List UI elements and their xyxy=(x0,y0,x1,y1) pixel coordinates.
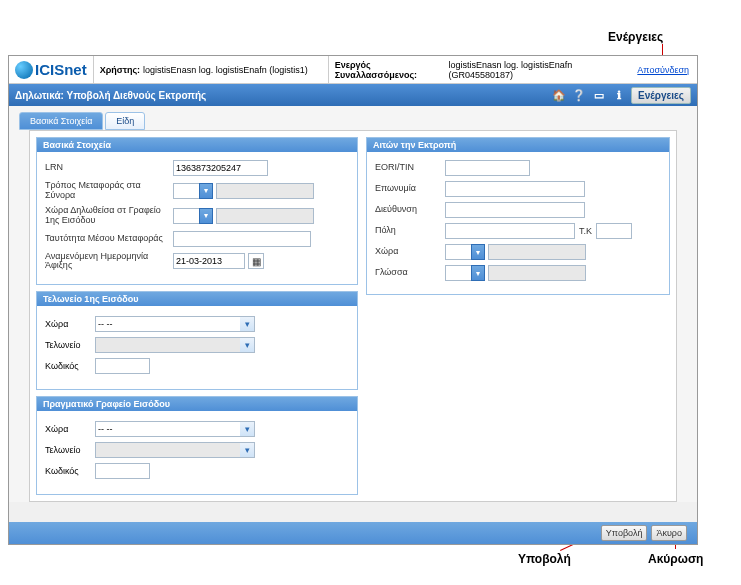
customs1-code-label: Κωδικός xyxy=(45,361,95,371)
city-input[interactable] xyxy=(445,223,575,239)
lang-readonly xyxy=(488,265,586,281)
transport-id-label: Ταυτότητα Μέσου Μεταφοράς xyxy=(45,234,173,244)
customs2-country-select[interactable]: ▾ xyxy=(95,421,255,437)
panel-customs1: Τελωνείο 1ης Εισόδου Χώρα ▾ Τελωνείο xyxy=(36,291,358,390)
home-icon[interactable]: 🏠 xyxy=(551,87,567,103)
collapse-icon[interactable]: ▭ xyxy=(591,87,607,103)
cancel-button[interactable]: Άκυρο xyxy=(651,525,687,541)
country-decl-label: Χώρα Δηλωθείσα στ Γραφείο 1ης Εισόδου xyxy=(45,206,173,226)
chevron-down-icon[interactable]: ▾ xyxy=(471,244,485,260)
panel-basic: Βασικά Στοιχεία LRN Τρόπος Μεταφοράς στα… xyxy=(36,137,358,285)
chevron-down-icon[interactable]: ▾ xyxy=(471,265,485,281)
panel-applicant: Αιτών την Εκτροπή EORI/TIN Επωνυμία xyxy=(366,137,670,295)
transport-readonly xyxy=(216,183,314,199)
logo-text: ICISnet xyxy=(35,61,87,78)
customs1-country-label: Χώρα xyxy=(45,319,95,329)
lang-combo[interactable]: ▾ xyxy=(445,265,485,281)
page-title: Δηλωτικά: Υποβολή Διεθνούς Εκτροπής xyxy=(15,90,206,101)
customs1-country-select[interactable]: ▾ xyxy=(95,316,255,332)
active-trader-info: Ενεργός Συναλλασσόμενος: logistisEnasn l… xyxy=(328,56,630,83)
logout-link[interactable]: Αποσύνδεση xyxy=(629,65,697,75)
app-window: ICISnet Χρήστης: logistisEnasn log. logi… xyxy=(8,55,698,545)
panel-applicant-heading: Αιτών την Εκτροπή xyxy=(367,138,669,152)
panel-customs1-heading: Τελωνείο 1ης Εισόδου xyxy=(37,292,357,306)
eori-input[interactable] xyxy=(445,160,530,176)
address-label: Διεύθυνση xyxy=(375,205,445,215)
customs2-country-label: Χώρα xyxy=(45,424,95,434)
transport-label: Τρόπος Μεταφοράς στα Σύνορα xyxy=(45,181,173,201)
panel-customs2-heading: Πραγματικό Γραφείο Εισόδου xyxy=(37,397,357,411)
annotation-energies: Ενέργειες xyxy=(608,30,663,44)
eori-label: EORI/TIN xyxy=(375,163,445,173)
customs1-office-select[interactable]: ▾ xyxy=(95,337,255,353)
active-value: logistisEnasn log. logistisEnafn (GR0455… xyxy=(449,60,624,80)
address-input[interactable] xyxy=(445,202,585,218)
expected-date-input[interactable] xyxy=(173,253,245,269)
tk-label: Τ.Κ xyxy=(579,226,592,236)
user-value: logistisEnasn log. logistisEnafn (logist… xyxy=(143,65,308,75)
app-header: ICISnet Χρήστης: logistisEnasn log. logi… xyxy=(9,56,697,84)
chevron-down-icon[interactable]: ▾ xyxy=(199,183,213,199)
lang-label: Γλώσσα xyxy=(375,268,445,278)
tk-input[interactable] xyxy=(596,223,632,239)
annotation-akyrosi: Ακύρωση xyxy=(648,552,703,566)
chevron-down-icon[interactable]: ▾ xyxy=(240,316,255,332)
expected-date-label: Αναμενόμενη Ημερομηνία Άφιξης xyxy=(45,252,173,272)
chevron-down-icon[interactable]: ▾ xyxy=(240,442,255,458)
customs2-code-input[interactable] xyxy=(95,463,150,479)
panel-customs2: Πραγματικό Γραφείο Εισόδου Χώρα ▾ Τελωνε… xyxy=(36,396,358,495)
customs1-office-label: Τελωνείο xyxy=(45,340,95,350)
chevron-down-icon[interactable]: ▾ xyxy=(199,208,213,224)
footer-bar: Υποβολή Άκυρο xyxy=(9,522,697,544)
submit-button[interactable]: Υποβολή xyxy=(601,525,648,541)
lrn-label: LRN xyxy=(45,163,173,173)
customs1-code-input[interactable] xyxy=(95,358,150,374)
customs2-office-label: Τελωνείο xyxy=(45,445,95,455)
name-label: Επωνυμία xyxy=(375,184,445,194)
appl-country-readonly xyxy=(488,244,586,260)
calendar-icon[interactable]: ▦ xyxy=(248,253,264,269)
tabs-row: Βασικά Στοιχεία Είδη Βασικά Στοιχεία LRN xyxy=(9,106,697,502)
appl-country-label: Χώρα xyxy=(375,247,445,257)
globe-icon xyxy=(15,61,33,79)
tab-items[interactable]: Είδη xyxy=(105,112,145,130)
user-info: Χρήστης: logistisEnasn log. logistisEnaf… xyxy=(93,56,328,83)
content-area: Βασικά Στοιχεία LRN Τρόπος Μεταφοράς στα… xyxy=(29,130,677,502)
appl-country-combo[interactable]: ▾ xyxy=(445,244,485,260)
info-icon[interactable]: ℹ xyxy=(611,87,627,103)
transport-id-input[interactable] xyxy=(173,231,311,247)
tab-basic[interactable]: Βασικά Στοιχεία xyxy=(19,112,103,130)
chevron-down-icon[interactable]: ▾ xyxy=(240,337,255,353)
name-input[interactable] xyxy=(445,181,585,197)
transport-combo[interactable]: ▾ xyxy=(173,183,213,199)
country-decl-combo[interactable]: ▾ xyxy=(173,208,213,224)
actions-button[interactable]: Ενέργειες xyxy=(631,87,691,104)
customs2-code-label: Κωδικός xyxy=(45,466,95,476)
panel-basic-heading: Βασικά Στοιχεία xyxy=(37,138,357,152)
country-decl-readonly xyxy=(216,208,314,224)
user-label: Χρήστης: xyxy=(100,65,140,75)
active-label: Ενεργός Συναλλασσόμενος: xyxy=(335,60,446,80)
lrn-input[interactable] xyxy=(173,160,268,176)
chevron-down-icon[interactable]: ▾ xyxy=(240,421,255,437)
titlebar: Δηλωτικά: Υποβολή Διεθνούς Εκτροπής 🏠 ❔ … xyxy=(9,84,697,106)
logo: ICISnet xyxy=(9,61,93,79)
annotation-ypovoli: Υποβολή xyxy=(518,552,571,566)
city-label: Πόλη xyxy=(375,226,445,236)
help-icon[interactable]: ❔ xyxy=(571,87,587,103)
customs2-office-select[interactable]: ▾ xyxy=(95,442,255,458)
